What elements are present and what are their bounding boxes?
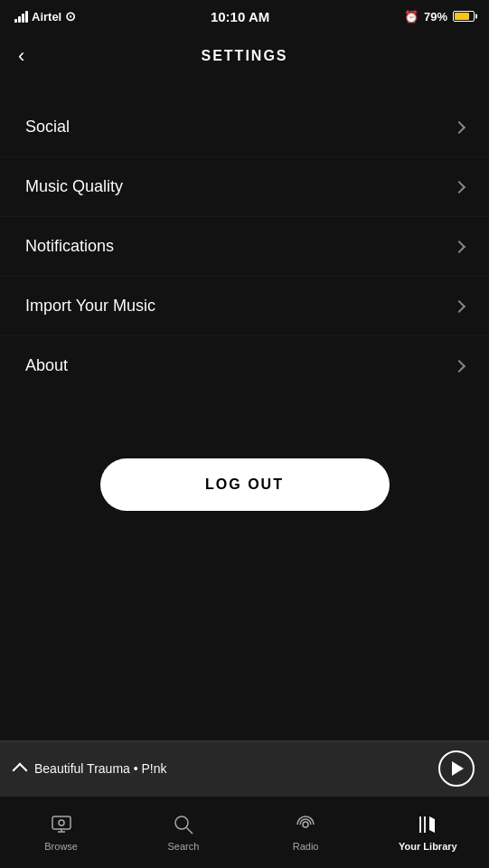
settings-item-about[interactable]: About bbox=[0, 336, 489, 395]
svg-point-3 bbox=[59, 820, 64, 826]
search-icon bbox=[173, 814, 194, 835]
status-left: Airtel ⊙ bbox=[14, 9, 76, 24]
chevron-right-icon-social bbox=[453, 120, 465, 133]
now-playing-separator: • bbox=[134, 761, 142, 776]
browse-icon bbox=[51, 814, 72, 835]
wifi-icon: ⊙ bbox=[65, 9, 76, 24]
battery-percent: 79% bbox=[424, 10, 447, 24]
battery-icon bbox=[453, 11, 475, 22]
settings-item-label-notifications: Notifications bbox=[25, 237, 114, 256]
status-bar: Airtel ⊙ 10:10 AM ⏰ 79% bbox=[0, 0, 489, 33]
settings-item-import-music[interactable]: Import Your Music bbox=[0, 277, 489, 336]
header: ‹ SETTINGS bbox=[0, 33, 489, 80]
settings-item-label-import-music: Import Your Music bbox=[25, 297, 155, 316]
carrier-name: Airtel bbox=[32, 10, 61, 24]
search-label: Search bbox=[167, 841, 199, 852]
svg-point-6 bbox=[303, 822, 308, 827]
svg-point-4 bbox=[175, 816, 188, 829]
battery-fill bbox=[455, 13, 469, 20]
settings-item-notifications[interactable]: Notifications bbox=[0, 217, 489, 277]
settings-item-label-music-quality: Music Quality bbox=[25, 177, 123, 196]
chevron-right-icon-import-music bbox=[453, 299, 465, 312]
radio-icon bbox=[295, 814, 316, 835]
chevron-right-icon-music-quality bbox=[453, 180, 465, 193]
settings-list: Social Music Quality Notifications Impor… bbox=[0, 80, 489, 413]
chevron-right-icon-notifications bbox=[453, 240, 465, 252]
nav-item-radio[interactable]: Radio bbox=[245, 807, 367, 859]
chevron-right-icon-about bbox=[453, 359, 465, 372]
radio-label: Radio bbox=[293, 841, 319, 852]
settings-item-label-social: Social bbox=[25, 118, 70, 137]
browse-label: Browse bbox=[44, 841, 78, 852]
now-playing-left: Beautiful Trauma • P!nk bbox=[14, 761, 167, 776]
now-playing-title: Beautiful Trauma bbox=[34, 761, 130, 776]
svg-rect-0 bbox=[52, 816, 71, 829]
settings-item-social[interactable]: Social bbox=[0, 98, 489, 157]
logout-button[interactable]: LOG OUT bbox=[100, 458, 390, 511]
signal-bars bbox=[14, 10, 28, 23]
page-title: SETTINGS bbox=[201, 48, 287, 64]
settings-item-label-about: About bbox=[25, 356, 68, 375]
bottom-nav: Browse Search Radio bbox=[0, 796, 489, 868]
svg-line-5 bbox=[186, 827, 193, 834]
now-playing-artist: P!nk bbox=[142, 761, 167, 776]
alarm-icon: ⏰ bbox=[404, 10, 418, 24]
status-right: ⏰ 79% bbox=[404, 10, 475, 24]
settings-item-music-quality[interactable]: Music Quality bbox=[0, 157, 489, 217]
status-time: 10:10 AM bbox=[211, 9, 269, 24]
your-library-label: Your Library bbox=[399, 841, 457, 852]
nav-item-your-library[interactable]: Your Library bbox=[367, 807, 489, 859]
play-icon bbox=[452, 761, 464, 776]
logout-container: LOG OUT bbox=[0, 413, 489, 547]
back-button[interactable]: ‹ bbox=[18, 44, 24, 68]
nav-item-browse[interactable]: Browse bbox=[0, 807, 122, 859]
now-playing-bar[interactable]: Beautiful Trauma • P!nk bbox=[0, 741, 489, 796]
nav-item-search[interactable]: Search bbox=[122, 807, 244, 859]
chevron-up-icon bbox=[13, 763, 28, 778]
play-button[interactable] bbox=[438, 750, 475, 787]
now-playing-info: Beautiful Trauma • P!nk bbox=[34, 761, 167, 776]
library-icon bbox=[417, 814, 438, 835]
